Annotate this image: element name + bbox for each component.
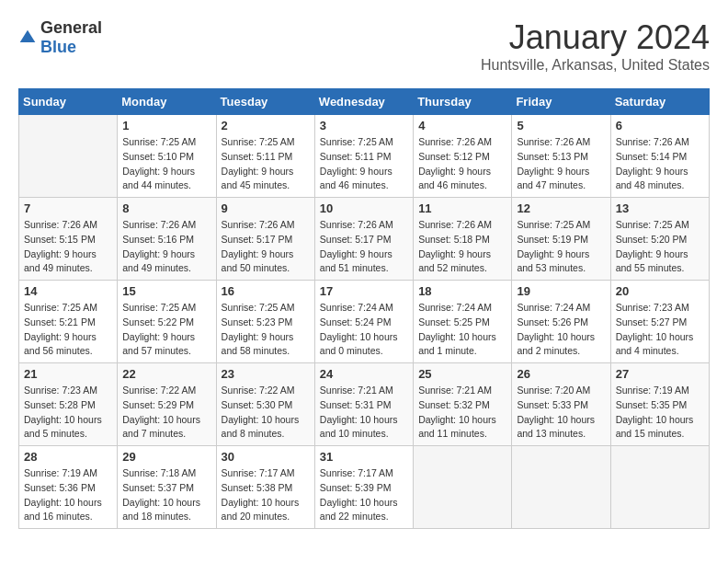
day-info: Sunrise: 7:26 AM Sunset: 5:17 PM Dayligh… xyxy=(320,218,408,276)
logo: General Blue xyxy=(18,18,102,57)
day-number: 3 xyxy=(320,119,408,132)
day-number: 13 xyxy=(616,201,704,215)
day-number: 23 xyxy=(222,367,310,381)
day-number: 22 xyxy=(122,367,210,381)
calendar-cell: 16Sunrise: 7:25 AM Sunset: 5:23 PM Dayli… xyxy=(216,281,314,363)
day-number: 25 xyxy=(418,367,506,381)
calendar-cell: 28Sunrise: 7:19 AM Sunset: 5:36 PM Dayli… xyxy=(19,446,118,529)
day-number: 10 xyxy=(320,201,408,215)
calendar-cell: 18Sunrise: 7:24 AM Sunset: 5:25 PM Dayli… xyxy=(414,281,512,363)
day-header-friday: Friday xyxy=(512,89,610,115)
day-info: Sunrise: 7:25 AM Sunset: 5:23 PM Dayligh… xyxy=(222,301,310,359)
calendar-cell: 4Sunrise: 7:26 AM Sunset: 5:12 PM Daylig… xyxy=(414,115,512,198)
calendar-cell xyxy=(512,446,610,529)
day-info: Sunrise: 7:19 AM Sunset: 5:35 PM Dayligh… xyxy=(616,384,704,442)
day-number: 4 xyxy=(418,119,506,132)
day-info: Sunrise: 7:25 AM Sunset: 5:22 PM Dayligh… xyxy=(122,301,210,359)
title-section: January 2024 Huntsville, Arkansas, Unite… xyxy=(481,18,710,74)
day-number: 29 xyxy=(122,450,210,464)
day-number: 9 xyxy=(222,201,310,215)
day-number: 19 xyxy=(517,284,605,298)
calendar-week-row: 7Sunrise: 7:26 AM Sunset: 5:15 PM Daylig… xyxy=(19,198,710,281)
calendar-cell: 22Sunrise: 7:22 AM Sunset: 5:29 PM Dayli… xyxy=(118,363,216,446)
day-header-monday: Monday xyxy=(118,89,216,115)
day-number: 31 xyxy=(320,450,408,464)
calendar-cell: 24Sunrise: 7:21 AM Sunset: 5:31 PM Dayli… xyxy=(314,363,413,446)
day-header-sunday: Sunday xyxy=(19,89,118,115)
day-info: Sunrise: 7:22 AM Sunset: 5:30 PM Dayligh… xyxy=(222,384,310,442)
day-number: 6 xyxy=(616,119,704,132)
calendar-cell: 13Sunrise: 7:25 AM Sunset: 5:20 PM Dayli… xyxy=(610,198,709,281)
calendar-cell: 27Sunrise: 7:19 AM Sunset: 5:35 PM Dayli… xyxy=(610,363,709,446)
day-info: Sunrise: 7:23 AM Sunset: 5:28 PM Dayligh… xyxy=(24,384,112,442)
calendar-week-row: 28Sunrise: 7:19 AM Sunset: 5:36 PM Dayli… xyxy=(19,446,710,529)
calendar-cell: 2Sunrise: 7:25 AM Sunset: 5:11 PM Daylig… xyxy=(216,115,314,198)
day-number: 24 xyxy=(320,367,408,381)
day-info: Sunrise: 7:26 AM Sunset: 5:13 PM Dayligh… xyxy=(517,135,605,193)
calendar-subtitle: Huntsville, Arkansas, United States xyxy=(481,57,710,74)
calendar-cell: 23Sunrise: 7:22 AM Sunset: 5:30 PM Dayli… xyxy=(216,363,314,446)
day-info: Sunrise: 7:26 AM Sunset: 5:16 PM Dayligh… xyxy=(122,218,210,276)
day-info: Sunrise: 7:22 AM Sunset: 5:29 PM Dayligh… xyxy=(122,384,210,442)
day-number: 2 xyxy=(222,119,310,132)
day-info: Sunrise: 7:25 AM Sunset: 5:10 PM Dayligh… xyxy=(122,135,210,193)
day-number: 7 xyxy=(24,201,112,215)
day-number: 20 xyxy=(616,284,704,298)
calendar-week-row: 1Sunrise: 7:25 AM Sunset: 5:10 PM Daylig… xyxy=(19,115,710,198)
day-number: 1 xyxy=(122,119,210,132)
day-number: 5 xyxy=(517,119,605,132)
day-info: Sunrise: 7:24 AM Sunset: 5:26 PM Dayligh… xyxy=(517,301,605,359)
day-header-wednesday: Wednesday xyxy=(314,89,413,115)
calendar-cell: 15Sunrise: 7:25 AM Sunset: 5:22 PM Dayli… xyxy=(118,281,216,363)
calendar-cell: 11Sunrise: 7:26 AM Sunset: 5:18 PM Dayli… xyxy=(414,198,512,281)
day-info: Sunrise: 7:25 AM Sunset: 5:20 PM Dayligh… xyxy=(616,218,704,276)
calendar-cell xyxy=(610,446,709,529)
calendar-cell: 14Sunrise: 7:25 AM Sunset: 5:21 PM Dayli… xyxy=(19,281,118,363)
day-info: Sunrise: 7:18 AM Sunset: 5:37 PM Dayligh… xyxy=(122,466,210,524)
day-info: Sunrise: 7:21 AM Sunset: 5:32 PM Dayligh… xyxy=(418,384,506,442)
calendar-cell: 9Sunrise: 7:26 AM Sunset: 5:17 PM Daylig… xyxy=(216,198,314,281)
day-info: Sunrise: 7:26 AM Sunset: 5:15 PM Dayligh… xyxy=(24,218,112,276)
calendar-cell: 20Sunrise: 7:23 AM Sunset: 5:27 PM Dayli… xyxy=(610,281,709,363)
day-number: 30 xyxy=(222,450,310,464)
calendar-week-row: 14Sunrise: 7:25 AM Sunset: 5:21 PM Dayli… xyxy=(19,281,710,363)
day-number: 11 xyxy=(418,201,506,215)
calendar-cell: 26Sunrise: 7:20 AM Sunset: 5:33 PM Dayli… xyxy=(512,363,610,446)
calendar-cell: 10Sunrise: 7:26 AM Sunset: 5:17 PM Dayli… xyxy=(314,198,413,281)
day-info: Sunrise: 7:24 AM Sunset: 5:24 PM Dayligh… xyxy=(320,301,408,359)
day-number: 16 xyxy=(222,284,310,298)
day-number: 26 xyxy=(517,367,605,381)
calendar-cell: 12Sunrise: 7:25 AM Sunset: 5:19 PM Dayli… xyxy=(512,198,610,281)
day-info: Sunrise: 7:17 AM Sunset: 5:38 PM Dayligh… xyxy=(222,466,310,524)
day-info: Sunrise: 7:26 AM Sunset: 5:17 PM Dayligh… xyxy=(222,218,310,276)
calendar-cell: 6Sunrise: 7:26 AM Sunset: 5:14 PM Daylig… xyxy=(610,115,709,198)
calendar-cell xyxy=(19,115,118,198)
day-number: 12 xyxy=(517,201,605,215)
day-header-saturday: Saturday xyxy=(610,89,709,115)
day-number: 21 xyxy=(24,367,112,381)
day-number: 27 xyxy=(616,367,704,381)
day-info: Sunrise: 7:25 AM Sunset: 5:11 PM Dayligh… xyxy=(320,135,408,193)
calendar-cell: 17Sunrise: 7:24 AM Sunset: 5:24 PM Dayli… xyxy=(314,281,413,363)
logo-text-blue: Blue xyxy=(40,38,76,56)
day-info: Sunrise: 7:25 AM Sunset: 5:11 PM Dayligh… xyxy=(222,135,310,193)
calendar-header-row: SundayMondayTuesdayWednesdayThursdayFrid… xyxy=(19,89,710,115)
day-info: Sunrise: 7:25 AM Sunset: 5:19 PM Dayligh… xyxy=(517,218,605,276)
svg-marker-0 xyxy=(20,30,36,42)
calendar-cell: 3Sunrise: 7:25 AM Sunset: 5:11 PM Daylig… xyxy=(314,115,413,198)
day-info: Sunrise: 7:26 AM Sunset: 5:14 PM Dayligh… xyxy=(616,135,704,193)
calendar-cell: 5Sunrise: 7:26 AM Sunset: 5:13 PM Daylig… xyxy=(512,115,610,198)
day-info: Sunrise: 7:24 AM Sunset: 5:25 PM Dayligh… xyxy=(418,301,506,359)
day-info: Sunrise: 7:23 AM Sunset: 5:27 PM Dayligh… xyxy=(616,301,704,359)
calendar-cell xyxy=(414,446,512,529)
calendar-cell: 7Sunrise: 7:26 AM Sunset: 5:15 PM Daylig… xyxy=(19,198,118,281)
day-number: 8 xyxy=(122,201,210,215)
day-header-tuesday: Tuesday xyxy=(216,89,314,115)
calendar-cell: 31Sunrise: 7:17 AM Sunset: 5:39 PM Dayli… xyxy=(314,446,413,529)
day-header-thursday: Thursday xyxy=(414,89,512,115)
calendar-week-row: 21Sunrise: 7:23 AM Sunset: 5:28 PM Dayli… xyxy=(19,363,710,446)
page-header: General Blue January 2024 Huntsville, Ar… xyxy=(18,18,710,74)
calendar-cell: 30Sunrise: 7:17 AM Sunset: 5:38 PM Dayli… xyxy=(216,446,314,529)
calendar-title: January 2024 xyxy=(481,18,710,57)
day-number: 14 xyxy=(24,284,112,298)
